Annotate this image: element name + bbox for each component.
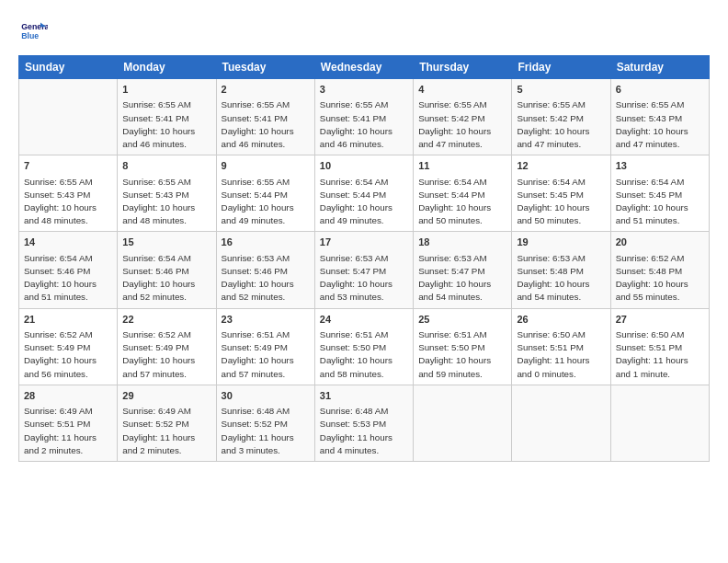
calendar-cell [414,385,512,461]
logo-icon: General Blue [18,17,48,46]
day-number: 11 [418,159,506,173]
day-header-saturday: Saturday [610,56,709,79]
day-number: 25 [418,313,506,327]
day-number: 7 [24,159,112,173]
day-info: Sunrise: 6:49 AM Sunset: 5:52 PM Dayligh… [122,405,210,457]
page-header: General Blue [18,17,710,46]
day-info: Sunrise: 6:55 AM Sunset: 5:41 PM Dayligh… [222,98,310,151]
day-info: Sunrise: 6:51 AM Sunset: 5:50 PM Dayligh… [418,328,506,381]
day-number: 12 [517,159,605,173]
calendar-table: SundayMondayTuesdayWednesdayThursdayFrid… [18,55,710,462]
calendar-cell: 28Sunrise: 6:49 AM Sunset: 5:51 PM Dayli… [19,385,118,461]
day-number: 9 [222,159,310,173]
calendar-week-row: 14Sunrise: 6:54 AM Sunset: 5:46 PM Dayli… [19,232,710,308]
day-info: Sunrise: 6:55 AM Sunset: 5:42 PM Dayligh… [517,98,605,151]
calendar-cell: 13Sunrise: 6:54 AM Sunset: 5:45 PM Dayli… [610,155,709,232]
logo: General Blue [18,17,50,46]
day-info: Sunrise: 6:55 AM Sunset: 5:43 PM Dayligh… [24,176,112,228]
day-number: 23 [222,313,310,327]
calendar-week-row: 21Sunrise: 6:52 AM Sunset: 5:49 PM Dayli… [19,308,710,385]
day-number: 27 [616,313,704,327]
calendar-cell: 10Sunrise: 6:54 AM Sunset: 5:44 PM Dayli… [314,155,413,232]
day-info: Sunrise: 6:49 AM Sunset: 5:51 PM Dayligh… [24,405,112,457]
day-info: Sunrise: 6:54 AM Sunset: 5:45 PM Dayligh… [616,176,704,228]
calendar-cell: 26Sunrise: 6:50 AM Sunset: 5:51 PM Dayli… [512,308,610,385]
day-number: 19 [517,236,605,249]
svg-text:General: General [21,22,48,31]
day-info: Sunrise: 6:54 AM Sunset: 5:44 PM Dayligh… [320,176,408,228]
day-info: Sunrise: 6:48 AM Sunset: 5:53 PM Dayligh… [320,405,408,457]
calendar-cell: 4Sunrise: 6:55 AM Sunset: 5:42 PM Daylig… [414,79,512,155]
day-info: Sunrise: 6:55 AM Sunset: 5:42 PM Dayligh… [418,98,506,151]
day-number: 6 [616,83,704,97]
calendar-cell: 12Sunrise: 6:54 AM Sunset: 5:45 PM Dayli… [512,155,610,232]
day-number: 29 [122,389,210,403]
day-info: Sunrise: 6:55 AM Sunset: 5:43 PM Dayligh… [616,98,704,151]
calendar-cell: 19Sunrise: 6:53 AM Sunset: 5:48 PM Dayli… [512,232,610,308]
calendar-week-row: 7Sunrise: 6:55 AM Sunset: 5:43 PM Daylig… [19,155,710,232]
day-number: 20 [616,236,704,249]
calendar-cell: 24Sunrise: 6:51 AM Sunset: 5:50 PM Dayli… [314,308,413,385]
calendar-cell [610,385,709,461]
day-number: 10 [320,159,408,173]
calendar-cell: 30Sunrise: 6:48 AM Sunset: 5:52 PM Dayli… [216,385,314,461]
day-number: 18 [418,236,506,249]
day-info: Sunrise: 6:51 AM Sunset: 5:50 PM Dayligh… [320,328,408,381]
day-info: Sunrise: 6:55 AM Sunset: 5:43 PM Dayligh… [122,176,210,228]
day-info: Sunrise: 6:52 AM Sunset: 5:48 PM Dayligh… [616,252,704,304]
calendar-cell: 17Sunrise: 6:53 AM Sunset: 5:47 PM Dayli… [314,232,413,308]
calendar-cell: 11Sunrise: 6:54 AM Sunset: 5:44 PM Dayli… [414,155,512,232]
calendar-week-row: 1Sunrise: 6:55 AM Sunset: 5:41 PM Daylig… [19,79,710,155]
day-info: Sunrise: 6:53 AM Sunset: 5:47 PM Dayligh… [418,252,506,304]
day-header-friday: Friday [512,56,610,79]
calendar-cell: 20Sunrise: 6:52 AM Sunset: 5:48 PM Dayli… [610,232,709,308]
calendar-header-row: SundayMondayTuesdayWednesdayThursdayFrid… [19,56,710,79]
day-info: Sunrise: 6:50 AM Sunset: 5:51 PM Dayligh… [517,328,605,381]
day-info: Sunrise: 6:53 AM Sunset: 5:47 PM Dayligh… [320,252,408,304]
day-number: 30 [222,389,310,403]
calendar-cell: 3Sunrise: 6:55 AM Sunset: 5:41 PM Daylig… [314,79,413,155]
calendar-week-row: 28Sunrise: 6:49 AM Sunset: 5:51 PM Dayli… [19,385,710,461]
day-info: Sunrise: 6:54 AM Sunset: 5:46 PM Dayligh… [24,252,112,304]
calendar-cell: 29Sunrise: 6:49 AM Sunset: 5:52 PM Dayli… [118,385,216,461]
calendar-cell [19,79,118,155]
day-header-monday: Monday [118,56,216,79]
day-number: 15 [122,236,210,249]
day-number: 14 [24,236,112,249]
day-number: 8 [122,159,210,173]
day-info: Sunrise: 6:55 AM Sunset: 5:44 PM Dayligh… [222,176,310,228]
calendar-cell: 5Sunrise: 6:55 AM Sunset: 5:42 PM Daylig… [512,79,610,155]
svg-text:Blue: Blue [21,31,39,40]
calendar-cell: 25Sunrise: 6:51 AM Sunset: 5:50 PM Dayli… [414,308,512,385]
calendar-cell: 18Sunrise: 6:53 AM Sunset: 5:47 PM Dayli… [414,232,512,308]
day-number: 17 [320,236,408,249]
calendar-cell: 31Sunrise: 6:48 AM Sunset: 5:53 PM Dayli… [314,385,413,461]
day-number: 22 [122,313,210,327]
calendar-cell: 21Sunrise: 6:52 AM Sunset: 5:49 PM Dayli… [19,308,118,385]
day-header-sunday: Sunday [19,56,118,79]
calendar-cell: 14Sunrise: 6:54 AM Sunset: 5:46 PM Dayli… [19,232,118,308]
calendar-cell: 23Sunrise: 6:51 AM Sunset: 5:49 PM Dayli… [216,308,314,385]
day-number: 1 [122,83,210,97]
day-number: 21 [24,313,112,327]
day-number: 5 [517,83,605,97]
day-info: Sunrise: 6:52 AM Sunset: 5:49 PM Dayligh… [122,328,210,381]
day-header-wednesday: Wednesday [314,56,413,79]
day-info: Sunrise: 6:55 AM Sunset: 5:41 PM Dayligh… [122,98,210,151]
day-info: Sunrise: 6:54 AM Sunset: 5:46 PM Dayligh… [122,252,210,304]
day-info: Sunrise: 6:54 AM Sunset: 5:45 PM Dayligh… [517,176,605,228]
day-info: Sunrise: 6:48 AM Sunset: 5:52 PM Dayligh… [222,405,310,457]
calendar-cell [512,385,610,461]
day-number: 31 [320,389,408,403]
day-info: Sunrise: 6:54 AM Sunset: 5:44 PM Dayligh… [418,176,506,228]
day-number: 28 [24,389,112,403]
day-number: 24 [320,313,408,327]
day-info: Sunrise: 6:53 AM Sunset: 5:46 PM Dayligh… [222,252,310,304]
calendar-cell: 15Sunrise: 6:54 AM Sunset: 5:46 PM Dayli… [118,232,216,308]
calendar-cell: 8Sunrise: 6:55 AM Sunset: 5:43 PM Daylig… [118,155,216,232]
calendar-cell: 2Sunrise: 6:55 AM Sunset: 5:41 PM Daylig… [216,79,314,155]
calendar-cell: 22Sunrise: 6:52 AM Sunset: 5:49 PM Dayli… [118,308,216,385]
day-number: 2 [222,83,310,97]
calendar-cell: 7Sunrise: 6:55 AM Sunset: 5:43 PM Daylig… [19,155,118,232]
day-info: Sunrise: 6:50 AM Sunset: 5:51 PM Dayligh… [616,328,704,381]
